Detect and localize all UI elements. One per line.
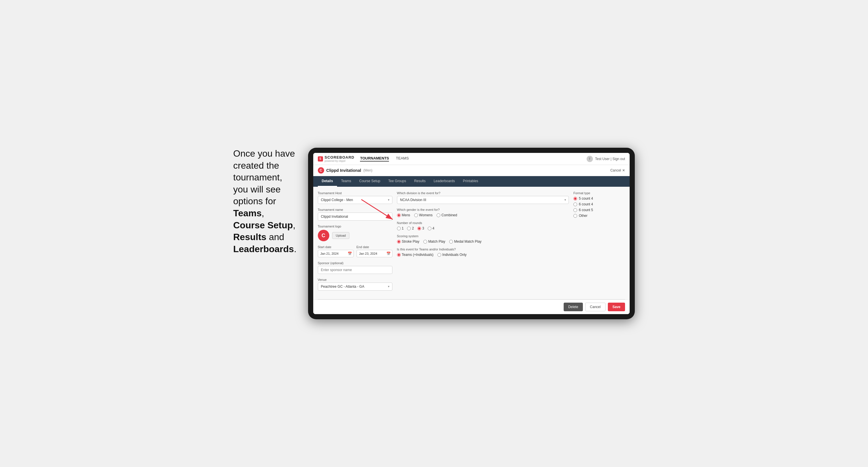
format-5count4-option[interactable]: 5 count 4 xyxy=(574,196,625,200)
start-date-calendar-icon: 📅 xyxy=(348,252,352,256)
tournament-host-field: Tournament Host Clippd College - Men xyxy=(318,191,393,204)
rounds-4-option[interactable]: 4 xyxy=(428,226,435,230)
tournament-bar: C Clippd Invitational (Men) Cancel ✕ xyxy=(313,165,630,176)
format-other-radio[interactable] xyxy=(574,214,577,218)
tournament-name-field: Tournament name xyxy=(318,208,393,221)
tab-leaderboards[interactable]: Leaderboards xyxy=(430,176,459,187)
tablet-screen: S SCOREBOARD Powered by clippd TOURNAMEN… xyxy=(313,153,630,314)
gender-mens-radio[interactable] xyxy=(397,213,401,217)
gender-radio-group: Mens Womens Combined xyxy=(397,213,569,217)
scoring-field: Scoring system Stroke Play Match Play xyxy=(397,235,569,244)
tournament-host-select[interactable]: Clippd College - Men xyxy=(318,196,393,204)
tab-tee-groups[interactable]: Tee Groups xyxy=(384,176,410,187)
cancel-button[interactable]: Cancel xyxy=(585,303,606,311)
gender-field: Which gender is the event for? Mens Wome… xyxy=(397,208,569,217)
scoring-stroke-option[interactable]: Stroke Play xyxy=(397,240,420,244)
format-6count4-radio[interactable] xyxy=(574,203,577,206)
user-area: T Test User | Sign out xyxy=(587,156,625,162)
save-button[interactable]: Save xyxy=(608,303,625,311)
tab-details[interactable]: Details xyxy=(318,176,337,187)
tournament-logo-field: Tournament logo C Upload xyxy=(318,225,393,241)
logo-text-block: SCOREBOARD Powered by clippd xyxy=(325,155,354,162)
nav-left: S SCOREBOARD Powered by clippd TOURNAMEN… xyxy=(318,155,409,162)
rounds-2-radio[interactable] xyxy=(407,227,411,230)
tab-teams[interactable]: Teams xyxy=(337,176,355,187)
tournament-host-select-wrapper: Clippd College - Men xyxy=(318,196,393,204)
top-navigation: S SCOREBOARD Powered by clippd TOURNAMEN… xyxy=(313,153,630,165)
tab-course-setup[interactable]: Course Setup xyxy=(355,176,384,187)
tournament-name-input[interactable] xyxy=(318,213,393,221)
user-sign-out[interactable]: Test User | Sign out xyxy=(595,157,625,161)
logo-upload-area: C Upload xyxy=(318,230,393,241)
date-row: Start date 📅 End date 📅 xyxy=(318,245,393,257)
nav-tournaments[interactable]: TOURNAMENTS xyxy=(360,156,389,161)
tournament-name: Clippd Invitational (Men) xyxy=(327,168,373,173)
tournament-logo: C xyxy=(318,167,324,174)
division-field: Which division is the event for? NCAA Di… xyxy=(397,191,569,204)
main-nav: TOURNAMENTS TEAMS xyxy=(360,156,409,161)
scoring-match-radio[interactable] xyxy=(424,240,427,244)
scoring-medal-match-option[interactable]: Medal Match Play xyxy=(449,240,481,244)
start-date-field: Start date 📅 xyxy=(318,245,354,257)
format-other-option[interactable]: Other xyxy=(574,214,625,218)
start-date-wrapper: 📅 xyxy=(318,250,354,257)
logo-area: S SCOREBOARD Powered by clippd xyxy=(318,155,354,162)
cancel-top-button[interactable]: Cancel ✕ xyxy=(611,168,625,173)
sponsor-field: Sponsor (optional) xyxy=(318,261,393,274)
middle-column: Which division is the event for? NCAA Di… xyxy=(397,191,569,294)
scoring-medal-match-radio[interactable] xyxy=(449,240,453,244)
venue-select[interactable]: Peachtree GC - Atlanta - GA xyxy=(318,283,393,290)
teams-plus-individuals-option[interactable]: Teams (+Individuals) xyxy=(397,253,433,257)
nav-teams[interactable]: TEAMS xyxy=(396,156,409,161)
rounds-1-option[interactable]: 1 xyxy=(397,226,404,230)
format-6count5-radio[interactable] xyxy=(574,208,577,212)
action-bar: Delete Cancel Save xyxy=(313,300,630,314)
rounds-radio-group: 1 2 3 xyxy=(397,226,569,230)
delete-button[interactable]: Delete xyxy=(564,303,583,311)
rounds-field: Number of rounds 1 2 xyxy=(397,221,569,230)
sponsor-input[interactable] xyxy=(318,266,393,274)
left-column: Tournament Host Clippd College - Men Tou… xyxy=(318,191,393,294)
gender-womens-radio[interactable] xyxy=(414,213,418,217)
teams-plus-individuals-radio[interactable] xyxy=(397,253,401,257)
division-select[interactable]: NCAA Division III xyxy=(397,196,569,204)
format-6count4-option[interactable]: 6 count 4 xyxy=(574,202,625,206)
venue-field: Venue Peachtree GC - Atlanta - GA xyxy=(318,278,393,290)
upload-button[interactable]: Upload xyxy=(332,232,350,239)
user-avatar: T xyxy=(587,156,593,162)
logo-preview: C xyxy=(318,230,329,241)
tournament-title-group: C Clippd Invitational (Men) xyxy=(318,167,373,174)
venue-select-wrapper: Peachtree GC - Atlanta - GA xyxy=(318,283,393,290)
individuals-only-option[interactable]: Individuals Only xyxy=(437,253,467,257)
gender-combined-radio[interactable] xyxy=(437,213,440,217)
teams-radio-group: Teams (+Individuals) Individuals Only xyxy=(397,253,569,257)
tab-printables[interactable]: Printables xyxy=(459,176,482,187)
format-6count5-option[interactable]: 6 count 5 xyxy=(574,208,625,212)
scoring-match-option[interactable]: Match Play xyxy=(424,240,445,244)
rounds-3-radio[interactable] xyxy=(417,227,421,230)
gender-womens-option[interactable]: Womens xyxy=(414,213,433,217)
teams-individuals-field: Is this event for Teams and/or Individua… xyxy=(397,248,569,257)
rounds-3-option[interactable]: 3 xyxy=(417,226,424,230)
rounds-1-radio[interactable] xyxy=(397,227,401,230)
division-select-wrapper: NCAA Division III xyxy=(397,196,569,204)
end-date-calendar-icon: 📅 xyxy=(386,252,391,256)
right-column: Format type 5 count 4 6 count 4 6 count … xyxy=(574,191,625,294)
gender-combined-option[interactable]: Combined xyxy=(437,213,457,217)
end-date-field: End date 📅 xyxy=(356,245,393,257)
sidebar-description: Once you have created the tournament, yo… xyxy=(233,148,297,255)
scoring-stroke-radio[interactable] xyxy=(397,240,401,244)
scoring-radio-group: Stroke Play Match Play Medal Match Play xyxy=(397,240,569,244)
end-date-wrapper: 📅 xyxy=(356,250,393,257)
rounds-4-radio[interactable] xyxy=(428,227,431,230)
tab-bar: Details Teams Course Setup Tee Groups Re… xyxy=(313,176,630,187)
tablet-device: S SCOREBOARD Powered by clippd TOURNAMEN… xyxy=(308,148,635,319)
logo-icon: S xyxy=(318,156,323,161)
individuals-only-radio[interactable] xyxy=(437,253,441,257)
format-5count4-radio[interactable] xyxy=(574,197,577,200)
rounds-2-option[interactable]: 2 xyxy=(407,226,414,230)
main-content: Tournament Host Clippd College - Men Tou… xyxy=(313,187,630,299)
gender-mens-option[interactable]: Mens xyxy=(397,213,410,217)
tab-results[interactable]: Results xyxy=(410,176,430,187)
